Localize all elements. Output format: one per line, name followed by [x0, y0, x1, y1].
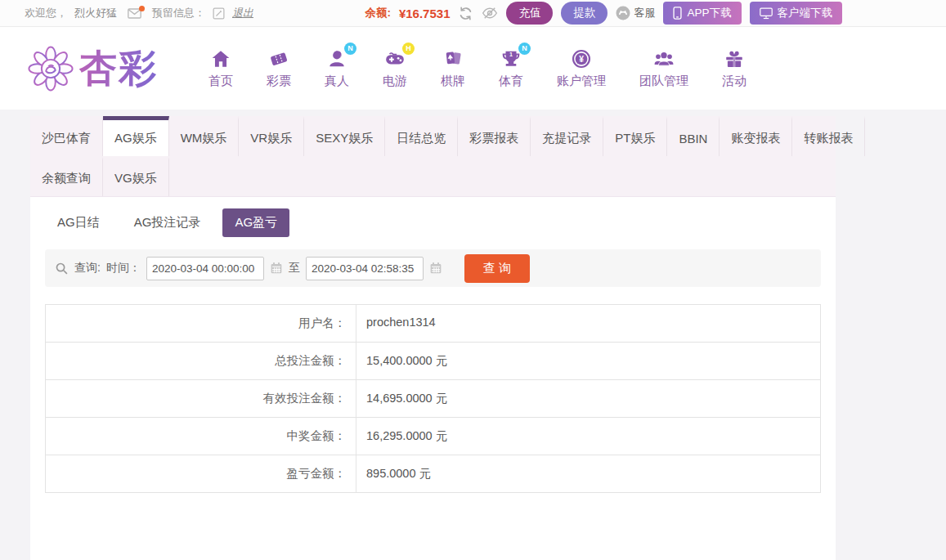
search-submit-button[interactable]: 查 询	[464, 254, 530, 283]
live-person-icon: N	[325, 47, 348, 70]
main-nav: 首页 彩票 N	[208, 47, 746, 89]
svg-text:1: 1	[509, 52, 513, 57]
page-gap	[0, 110, 946, 116]
date-to-input[interactable]	[306, 257, 424, 280]
badge-h: H	[402, 43, 415, 55]
customer-service[interactable]: 客服	[616, 6, 655, 20]
nav-item-cards[interactable]: 棋牌	[441, 47, 465, 89]
team-icon	[652, 47, 675, 70]
tab-充提记录[interactable]: 充提记录	[531, 116, 603, 156]
query-label: 查询:	[74, 261, 101, 276]
date-from-input[interactable]	[146, 257, 264, 280]
row-label: 有效投注金额：	[46, 380, 356, 417]
subtab-AG投注记录[interactable]: AG投注记录	[122, 208, 213, 237]
phone-icon	[673, 7, 682, 20]
badge-n: N	[344, 43, 356, 55]
to-label: 至	[289, 261, 300, 276]
tab-VR娱乐[interactable]: VR娱乐	[239, 116, 304, 156]
row-label: 总投注金额：	[46, 343, 356, 379]
nav-item-account[interactable]: ¥ 账户管理	[557, 47, 606, 89]
tab-BBIN[interactable]: BBIN	[667, 116, 720, 156]
account-actions: 余额: ¥16.7531 充值 提款 客服	[365, 2, 842, 25]
gamepad-icon: H	[383, 47, 406, 70]
reserved-info-label: 预留信息：	[152, 6, 205, 20]
badge-n: N	[518, 43, 531, 55]
brand-name: 杏彩	[79, 43, 158, 94]
trophy-icon: 1 N	[500, 47, 522, 70]
edit-icon[interactable]	[213, 7, 225, 20]
user-info: 欢迎您，烈火好猛 预留信息： 退出	[25, 6, 253, 20]
row-label: 中奖金额：	[46, 418, 356, 455]
tab-日结总览[interactable]: 日结总览	[385, 116, 458, 156]
tab-WM娱乐[interactable]: WM娱乐	[169, 116, 240, 156]
time-label: 时间：	[106, 261, 141, 276]
table-row: 盈亏金额：895.0000 元	[46, 455, 820, 492]
row-value: 16,295.0000 元	[356, 418, 457, 455]
row-value: 15,400.0000 元	[356, 343, 457, 379]
row-value: 895.0000 元	[356, 455, 441, 492]
recharge-button[interactable]: 充值	[506, 2, 553, 25]
calendar-from-icon[interactable]	[270, 262, 283, 275]
client-download-label: 客户端下载	[778, 6, 833, 20]
welcome-text: 欢迎您，	[25, 6, 67, 20]
table-row: 中奖金额：16,295.0000 元	[46, 418, 820, 455]
notification-dot	[139, 6, 145, 11]
tab-沙巴体育[interactable]: 沙巴体育	[30, 116, 103, 156]
content-panel: 沙巴体育AG娱乐WM娱乐VR娱乐SEXY娱乐日结总览彩票报表充提记录PT娱乐BB…	[30, 116, 836, 560]
row-value: 14,695.0000 元	[356, 380, 457, 417]
balance-label: 余额:	[365, 6, 391, 20]
brand-logo[interactable]: 杏彩	[27, 43, 158, 94]
client-download-button[interactable]: 客户端下载	[750, 2, 843, 25]
service-label: 客服	[634, 6, 655, 20]
header: 杏彩 首页 彩票	[0, 27, 946, 110]
tab-row-2: 余额查询VG娱乐	[30, 156, 836, 196]
logout-link[interactable]: 退出	[232, 6, 253, 20]
balance-value: ¥16.7531	[399, 7, 451, 20]
tab-彩票报表[interactable]: 彩票报表	[458, 116, 531, 156]
nav-item-team[interactable]: 团队管理	[639, 47, 688, 89]
topbar: 欢迎您，烈火好猛 预留信息： 退出 余额: ¥16.7531	[0, 0, 946, 27]
row-label: 用户名：	[46, 305, 356, 342]
app-download-label: APP下载	[687, 6, 731, 20]
report-tabs: 沙巴体育AG娱乐WM娱乐VR娱乐SEXY娱乐日结总览彩票报表充提记录PT娱乐BB…	[30, 116, 836, 197]
nav-item-lottery[interactable]: 彩票	[267, 47, 291, 89]
lotus-logo-icon	[27, 45, 74, 92]
username: 烈火好猛	[74, 6, 117, 20]
subtab-AG日结[interactable]: AG日结	[45, 208, 112, 237]
nav-item-sports[interactable]: 1 N 体育	[499, 47, 523, 89]
ticket-icon	[267, 47, 290, 70]
calendar-to-icon[interactable]	[429, 262, 442, 275]
hide-balance-icon[interactable]	[482, 7, 498, 20]
home-icon	[209, 47, 232, 70]
tab-row-1: 沙巴体育AG娱乐WM娱乐VR娱乐SEXY娱乐日结总览彩票报表充提记录PT娱乐BB…	[30, 116, 836, 156]
ag-subtabs: AG日结AG投注记录AG盈亏	[30, 197, 836, 248]
nav-item-home[interactable]: 首页	[208, 47, 233, 89]
gift-icon	[723, 47, 746, 70]
search-bar: 查询: 时间： 至 查 询	[45, 249, 821, 287]
mail-icon[interactable]	[128, 8, 141, 19]
refresh-icon[interactable]	[458, 6, 473, 21]
service-icon	[616, 6, 630, 20]
tab-SEXY娱乐[interactable]: SEXY娱乐	[304, 116, 385, 156]
coin-icon: ¥	[570, 47, 593, 70]
tab-VG娱乐[interactable]: VG娱乐	[103, 156, 169, 196]
search-icon	[55, 262, 69, 276]
cards-icon	[442, 47, 464, 70]
tab-账变报表[interactable]: 账变报表	[720, 116, 792, 156]
nav-item-promotions[interactable]: 活动	[722, 47, 746, 89]
app-download-button[interactable]: APP下载	[663, 2, 741, 25]
tab-转账报表[interactable]: 转账报表	[792, 116, 865, 156]
row-value: prochen1314	[356, 305, 446, 342]
profit-report-table: 用户名：prochen1314总投注金额：15,400.0000 元有效投注金额…	[45, 304, 821, 493]
tab-PT娱乐[interactable]: PT娱乐	[603, 116, 667, 156]
table-row: 总投注金额：15,400.0000 元	[46, 343, 820, 380]
svg-text:¥: ¥	[579, 55, 584, 64]
tab-余额查询[interactable]: 余额查询	[30, 156, 103, 196]
monitor-icon	[760, 7, 773, 20]
row-label: 盈亏金额：	[46, 455, 356, 492]
tab-AG娱乐[interactable]: AG娱乐	[103, 116, 169, 156]
nav-item-live[interactable]: N 真人	[325, 47, 349, 89]
subtab-AG盈亏[interactable]: AG盈亏	[222, 208, 289, 237]
withdraw-button[interactable]: 提款	[561, 2, 608, 25]
nav-item-egames[interactable]: H 电游	[383, 47, 407, 89]
